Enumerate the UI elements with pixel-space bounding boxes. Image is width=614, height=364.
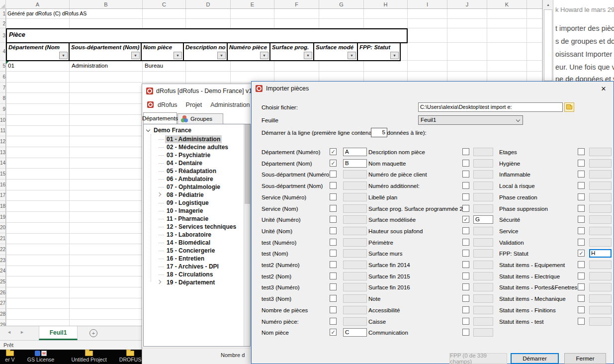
field-checkbox[interactable] (330, 273, 337, 279)
row-header-22[interactable]: 22 (0, 244, 5, 255)
tree-item[interactable]: 11 - Pharmacie (165, 215, 210, 223)
select-all-corner[interactable] (0, 0, 6, 8)
field-checkbox[interactable] (462, 193, 469, 200)
row-header-12[interactable]: 12 (0, 136, 5, 147)
file-path-input[interactable]: C:\Users\alexia\Desktop\test import e: (418, 102, 563, 112)
column-header-F[interactable]: F (274, 0, 319, 8)
field-checkbox[interactable] (462, 318, 469, 325)
sheet-select[interactable]: Feuil1 (418, 115, 523, 125)
filter-button[interactable]: ▼ (217, 52, 226, 59)
next-sheet-icon[interactable]: ► (20, 330, 24, 335)
field-checkbox[interactable]: ✓ (462, 216, 469, 223)
menu-administration[interactable]: Administration (210, 101, 250, 108)
field-checkbox[interactable] (578, 148, 585, 155)
prev-sheet-icon[interactable]: ◄ (7, 330, 11, 335)
field-checkbox[interactable] (330, 261, 337, 268)
field-checkbox[interactable] (330, 227, 337, 234)
row-header-11[interactable]: 11 (0, 125, 5, 136)
row-header-23[interactable]: 23 (0, 255, 5, 266)
tree-item[interactable]: 01 - Administration (165, 135, 222, 143)
start-button[interactable]: Démarrer (511, 353, 559, 364)
field-checkbox[interactable] (578, 205, 585, 212)
field-checkbox[interactable] (330, 171, 337, 178)
field-checkbox[interactable] (578, 261, 585, 268)
row-header-1[interactable]: 1 (0, 9, 5, 19)
tree-item[interactable]: 03 - Psychiatrie (165, 151, 212, 159)
row-header-18[interactable]: 18 (0, 201, 5, 212)
field-checkbox[interactable] (578, 318, 585, 325)
row-header-9[interactable]: 9 (0, 104, 5, 115)
scroll-up-icon[interactable]: ▲ (543, 0, 553, 9)
browse-folder-button[interactable] (564, 102, 574, 112)
field-checkbox[interactable] (578, 227, 585, 234)
column-header-D[interactable]: D (186, 0, 231, 8)
filter-button[interactable]: ▼ (390, 52, 399, 59)
column-header-I[interactable]: I (408, 0, 447, 8)
filter-button[interactable]: ▼ (260, 52, 268, 59)
field-checkbox[interactable] (462, 283, 469, 290)
row-header-5[interactable]: 5 (0, 61, 5, 72)
field-checkbox[interactable] (578, 295, 585, 302)
tab-groupes[interactable]: Groupes (177, 113, 223, 124)
tree-item[interactable]: 16 - Entretien (165, 255, 206, 263)
field-checkbox[interactable]: ✓ (330, 329, 337, 336)
field-checkbox[interactable] (462, 239, 469, 246)
field-checkbox[interactable] (330, 193, 337, 200)
row-header-4[interactable]: 4 (0, 43, 5, 61)
row-header-14[interactable]: 14 (0, 158, 5, 169)
tree-item[interactable]: 05 - Réadaptation (165, 167, 218, 175)
tree-item[interactable]: 10 - Imagerie (165, 207, 204, 215)
field-checkbox[interactable] (330, 306, 337, 313)
chevron-right-icon[interactable] (157, 280, 161, 284)
column-header-J[interactable]: J (447, 0, 487, 8)
tree-scrollbar-thumb[interactable] (245, 124, 250, 204)
field-checkbox[interactable] (330, 239, 337, 246)
field-checkbox[interactable] (462, 182, 469, 189)
column-header-E[interactable]: E (231, 0, 274, 8)
row-header-25[interactable]: 25 (0, 276, 5, 287)
field-checkbox[interactable] (462, 273, 469, 279)
field-checkbox[interactable] (462, 261, 469, 268)
cell-table-title[interactable]: Pièce (6, 28, 408, 43)
vertical-scrollbar[interactable]: ▲ (542, 0, 553, 81)
field-checkbox[interactable] (578, 306, 585, 313)
table-header-cell[interactable]: FPP: Statut▼ (357, 42, 401, 61)
field-checkbox[interactable] (578, 193, 585, 200)
row-header-26[interactable]: 26 (0, 287, 5, 298)
column-header-A[interactable]: A (6, 0, 70, 8)
row-header-16[interactable]: 16 (0, 180, 5, 190)
chevron-right-icon[interactable] (157, 192, 161, 196)
field-checkbox[interactable] (578, 160, 585, 167)
field-checkbox[interactable] (462, 205, 469, 212)
field-checkbox[interactable] (330, 205, 337, 212)
row-header-2[interactable]: 2 (0, 19, 5, 28)
field-checkbox[interactable] (462, 227, 469, 234)
menu-projet[interactable]: Projet (186, 101, 202, 108)
chevron-down-icon[interactable] (146, 127, 150, 131)
field-checkbox[interactable] (330, 283, 337, 290)
desktop-icon-3[interactable]: Untitled Project (69, 351, 109, 363)
field-checkbox[interactable] (578, 216, 585, 223)
field-checkbox[interactable] (330, 295, 337, 302)
row-header-27[interactable]: 27 (0, 298, 5, 309)
table-header-cell[interactable]: Numéro pièce▼ (227, 42, 270, 61)
tree-item[interactable]: 04 - Dentaire (165, 159, 204, 167)
field-checkbox[interactable] (578, 171, 585, 178)
field-checkbox[interactable] (462, 329, 469, 336)
menu-drofus[interactable]: dRofus (158, 101, 177, 108)
column-header-K[interactable]: K (487, 0, 527, 8)
table-header-cell[interactable]: Nom pièce▼ (141, 42, 184, 61)
field-column-input[interactable]: H (589, 249, 612, 258)
tree-item[interactable]: 14 - Biomédical (165, 239, 212, 247)
filter-button[interactable]: ▼ (174, 52, 182, 59)
tree-item[interactable]: 07 - Ophtalmologie (165, 183, 222, 191)
field-checkbox[interactable] (578, 283, 585, 290)
field-checkbox[interactable]: ✓ (330, 148, 337, 155)
cell-generated-note[interactable]: Généré par dRofus (C) dRofus AS (7, 10, 87, 16)
tree-root-demo-france[interactable]: Demo France (147, 127, 191, 134)
tab-departements[interactable]: Départements (143, 112, 177, 124)
row-header-13[interactable]: 13 (0, 147, 5, 158)
field-column-input[interactable]: A (343, 148, 367, 156)
tree-item[interactable]: 19 - Département (165, 278, 216, 286)
filter-button[interactable]: ▼ (348, 52, 356, 59)
